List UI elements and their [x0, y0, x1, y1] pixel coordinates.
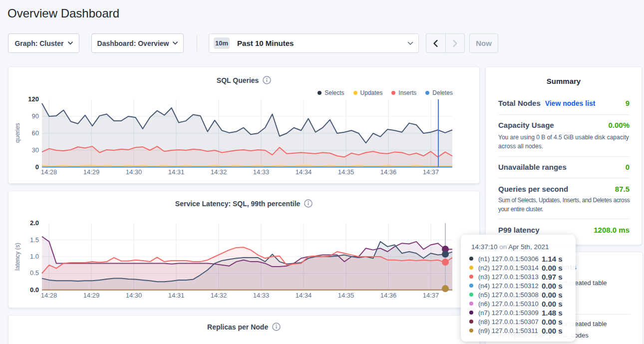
svg-text:90: 90: [32, 112, 39, 120]
svg-text:14:31: 14:31: [168, 168, 185, 176]
svg-text:0.5: 0.5: [30, 269, 39, 277]
svg-text:14:34: 14:34: [296, 292, 312, 299]
svg-text:14:30: 14:30: [126, 292, 142, 299]
svg-text:14:36: 14:36: [380, 168, 397, 176]
svg-text:14:35: 14:35: [338, 168, 354, 176]
svg-text:60: 60: [32, 129, 39, 137]
svg-text:1.0: 1.0: [30, 253, 39, 260]
svg-text:14:29: 14:29: [83, 168, 100, 176]
svg-text:14:32: 14:32: [211, 168, 227, 176]
svg-text:14:33: 14:33: [253, 292, 270, 299]
svg-text:14:30: 14:30: [126, 168, 142, 176]
svg-text:2.0: 2.0: [30, 219, 39, 227]
svg-text:0.0: 0.0: [30, 286, 39, 294]
svg-text:14:37: 14:37: [423, 168, 439, 176]
svg-text:queries: queries: [14, 123, 21, 142]
svg-text:latency (s): latency (s): [14, 243, 21, 270]
svg-text:14:31: 14:31: [168, 292, 185, 299]
svg-text:0: 0: [35, 163, 39, 171]
svg-text:1.5: 1.5: [30, 236, 39, 244]
svg-text:14:33: 14:33: [253, 168, 270, 176]
svg-text:30: 30: [32, 146, 39, 154]
svg-text:14:28: 14:28: [41, 292, 57, 299]
svg-text:120: 120: [28, 95, 39, 103]
svg-text:14:34: 14:34: [296, 168, 312, 176]
svg-text:14:32: 14:32: [211, 292, 227, 299]
svg-text:14:37: 14:37: [423, 292, 439, 299]
svg-text:14:29: 14:29: [83, 292, 100, 299]
svg-text:14:28: 14:28: [41, 168, 57, 176]
svg-text:14:35: 14:35: [338, 292, 354, 299]
svg-text:14:36: 14:36: [380, 292, 397, 299]
